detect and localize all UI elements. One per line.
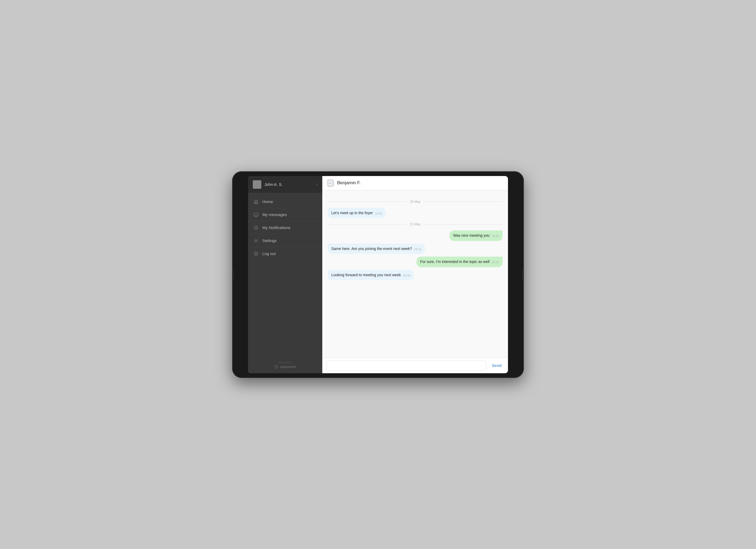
avatar [253,180,261,189]
logout-icon [253,251,259,256]
chat-header: ← Benjamin F. [322,176,508,190]
message-row-received: Let's meet up in the foyer14:41 [328,208,503,219]
bubble-text: Looking forward to meeting you next week [331,273,401,278]
sidebar-footer: powered by superevent [248,356,322,373]
bubble-received: Looking forward to meeting you next week… [328,270,414,280]
sidebar-item-label-notifications: My Notifications [262,225,290,230]
sidebar-username: John A. S. [264,182,316,187]
bubble-sent: For sure, I'm interested in the topic as… [416,257,503,267]
brand-label: superevent [252,365,318,369]
sidebar-item-label-logout: Log out [262,251,276,256]
message-row-sent: For sure, I'm interested in the topic as… [328,257,503,267]
date-divider: 20 May [328,200,503,204]
settings-icon [253,238,259,243]
bubble-received: Same here. Are you joining the event nex… [328,244,425,254]
bubble-time: 15:11 [414,247,422,251]
chat-input[interactable] [326,360,486,370]
notifications-icon [253,225,259,231]
messages-icon [253,212,259,218]
powered-by-label: powered by [252,361,318,364]
home-icon [253,199,259,205]
chat-recipient: Benjamin F. [337,180,361,186]
bubble-text: Was nice meeting you [453,233,489,238]
sidebar-header[interactable]: John A. S. › [248,176,322,193]
svg-point-2 [255,240,257,241]
sidebar-nav: Home My messages [248,193,322,356]
bubble-text: Let's meet up in the foyer [331,211,373,216]
side-button-right [522,269,524,280]
tablet-frame: John A. S. › Home [232,171,524,378]
svg-point-5 [276,366,277,367]
bubble-received: Let's meet up in the foyer14:41 [328,208,386,219]
date-divider: 21 May [328,223,503,226]
sidebar-item-my-notifications[interactable]: My Notifications [248,221,322,234]
sidebar-item-logout[interactable]: Log out [248,247,322,260]
bubble-time: 15:26 [403,274,410,277]
send-button[interactable]: Send [489,361,504,370]
message-row-sent: Was nice meeting you14:42 [328,231,503,241]
bubble-sent: Was nice meeting you14:42 [449,231,503,241]
bubble-time: 14:42 [492,234,499,238]
bubble-text: Same here. Are you joining the event nex… [331,246,412,252]
message-row-received: Same here. Are you joining the event nex… [328,244,503,254]
sidebar-item-settings[interactable]: Settings [248,234,322,247]
back-button[interactable]: ← [328,180,333,186]
sidebar-item-home[interactable]: Home [248,195,322,208]
bubble-time: 15:23 [492,260,499,264]
bubble-text: For sure, I'm interested in the topic as… [420,259,490,265]
sidebar-item-my-messages[interactable]: My messages [248,208,322,221]
brand-name: superevent [280,365,296,369]
side-button-left [232,269,234,280]
superevent-icon [274,365,279,369]
sidebar-item-label-settings: Settings [262,238,277,243]
chat-input-area: Send [322,357,508,373]
tablet-screen: John A. S. › Home [248,176,508,373]
chat-area: ← Benjamin F. 20 MayLet's meet up in the… [322,176,508,373]
chevron-right-icon: › [316,182,318,187]
sidebar-item-label-home: Home [262,199,273,204]
message-row-received: Looking forward to meeting you next week… [328,270,503,280]
messages-area[interactable]: 20 MayLet's meet up in the foyer14:4121 … [322,190,508,357]
sidebar: John A. S. › Home [248,176,322,373]
svg-rect-0 [254,213,258,216]
bubble-time: 14:41 [375,212,383,216]
sidebar-item-label-messages: My messages [262,212,287,217]
